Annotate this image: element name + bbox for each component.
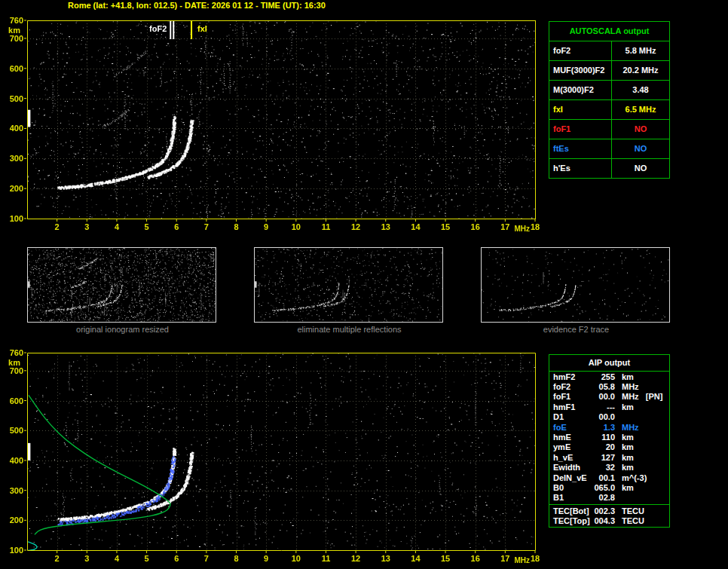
param-label: B0	[549, 483, 592, 492]
param-value: 00.0	[592, 412, 615, 421]
param-value: 127	[592, 453, 615, 462]
param-value: 065.0	[592, 483, 615, 492]
page-title: Rome (lat: +41.8, lon: 012.5) - DATE: 20…	[68, 1, 326, 10]
thumbnail-f2-trace-evidence	[481, 247, 670, 323]
param-label: fxI	[549, 100, 612, 119]
main-ionogram-chart	[0, 15, 543, 241]
thumbnail-original-ionogram	[27, 247, 216, 323]
thumbnail-canvas-original	[28, 248, 216, 322]
param-unit: MHz	[622, 423, 639, 432]
param-label: h'Es	[549, 159, 612, 178]
param-unit: km	[622, 442, 634, 451]
param-value: 3.48	[612, 81, 669, 99]
table-row-hve: h_vE 127 km	[549, 452, 669, 462]
param-value: 5.8 MHz	[612, 41, 669, 60]
param-value: 1.3	[592, 423, 615, 432]
param-unit: km	[622, 453, 634, 462]
table-row-tec-top: TEC[Top] 004.3 TECU	[549, 515, 669, 525]
param-value: 00.0	[592, 392, 615, 401]
param-value: ---	[592, 402, 615, 411]
thumbnail-caption-original: original ionogram resized	[27, 325, 218, 334]
thumbnail-canvas-f2-trace	[482, 248, 669, 322]
param-value: 20.2 MHz	[612, 61, 669, 80]
param-value: 05.8	[592, 382, 615, 391]
param-label: hmE	[549, 433, 592, 442]
param-unit: km	[622, 372, 634, 381]
param-label: foF1	[549, 392, 592, 401]
param-label: TEC[Bot]	[549, 506, 592, 515]
param-value: NO	[612, 120, 669, 139]
param-value: 00.1	[592, 473, 615, 482]
table-row-b0: B0 065.0 km	[549, 482, 669, 492]
param-label: DelN_vE	[549, 473, 592, 482]
table-row-delnve: DelN_vE 00.1 m^(-3)	[549, 473, 669, 482]
param-unit: km	[622, 463, 634, 472]
thumbnail-multiple-reflections-removed	[254, 247, 443, 323]
param-label: foF1	[549, 120, 612, 139]
table-row-fxi: fxI 6.5 MHz	[549, 100, 669, 120]
param-value: 255	[592, 372, 615, 381]
param-value: NO	[612, 159, 669, 178]
aip-output-table: AIP output hmF2 255 km foF2 05.8 MHz foF…	[549, 354, 670, 528]
param-unit: km	[622, 402, 634, 411]
param-unit: km	[622, 483, 634, 492]
param-value: NO	[612, 139, 669, 158]
table-row-m3000f2: M(3000)F2 3.48	[549, 81, 669, 100]
param-label: TEC[Top]	[549, 516, 592, 525]
table-row-hpes: h'Es NO	[549, 159, 669, 178]
param-label: D1	[549, 412, 592, 421]
thumbnail-caption-filtered: eliminate multiple reflections	[254, 325, 445, 334]
param-value: 110	[592, 433, 615, 442]
table-row-fof2: foF2 05.8 MHz	[549, 381, 669, 391]
param-label: ymE	[549, 442, 592, 451]
param-value: 20	[592, 442, 615, 451]
thumbnail-caption-f2-trace: evidence F2 trace	[481, 325, 671, 334]
param-label: ftEs	[549, 139, 612, 158]
param-label: B1	[549, 493, 592, 502]
param-unit: TECU	[622, 506, 644, 515]
param-label: MUF(3000)F2	[549, 61, 612, 80]
table-row-ewidth: Ewidth 32 km	[549, 463, 669, 473]
param-label: foF2	[549, 41, 612, 60]
autoscala-output-table: AUTOSCALA output foF2 5.8 MHz MUF(3000)F…	[549, 21, 670, 179]
table-row-yme: ymE 20 km	[549, 442, 669, 452]
table-row-d1: D1 00.0	[549, 412, 669, 422]
param-value: 32	[592, 463, 615, 472]
inverted-ionogram-chart	[0, 347, 543, 569]
table-row-tec-bot: TEC[Bot] 002.3 TECU	[549, 506, 669, 515]
table-row-fof2: foF2 5.8 MHz	[549, 41, 669, 61]
param-label: foE	[549, 423, 592, 432]
table-row-ftes: ftEs NO	[549, 139, 669, 159]
table-row-muf3000f2: MUF(3000)F2 20.2 MHz	[549, 61, 669, 81]
param-label: hmF2	[549, 372, 592, 381]
autoscala-table-header: AUTOSCALA output	[549, 22, 669, 41]
param-unit: MHz [PN]	[622, 392, 662, 401]
param-unit: km	[622, 433, 634, 442]
table-row-b1: B1 02.8	[549, 493, 669, 503]
param-label: hmF1	[549, 402, 592, 411]
table-row-fof1: foF1 00.0 MHz [PN]	[549, 392, 669, 402]
param-value: 6.5 MHz	[612, 100, 669, 119]
param-value: 002.3	[592, 506, 615, 515]
table-row-fof1: foF1 NO	[549, 120, 669, 139]
param-label: Ewidth	[549, 463, 592, 472]
table-separator	[549, 504, 669, 505]
thumbnail-canvas-filtered	[255, 248, 442, 322]
param-unit: MHz	[622, 382, 639, 391]
param-label: foF2	[549, 382, 592, 391]
param-unit: TECU	[622, 516, 644, 525]
table-row-foe: foE 1.3 MHz	[549, 422, 669, 432]
table-row-hmf2: hmF2 255 km	[549, 372, 669, 381]
table-row-hme: hmE 110 km	[549, 432, 669, 442]
param-value: 004.3	[592, 516, 615, 525]
param-value: 02.8	[592, 493, 615, 502]
table-row-hmf1: hmF1 --- km	[549, 402, 669, 411]
aip-table-header: AIP output	[549, 355, 669, 372]
param-label: M(3000)F2	[549, 81, 612, 99]
param-unit: m^(-3)	[622, 473, 647, 482]
param-label: h_vE	[549, 453, 592, 462]
